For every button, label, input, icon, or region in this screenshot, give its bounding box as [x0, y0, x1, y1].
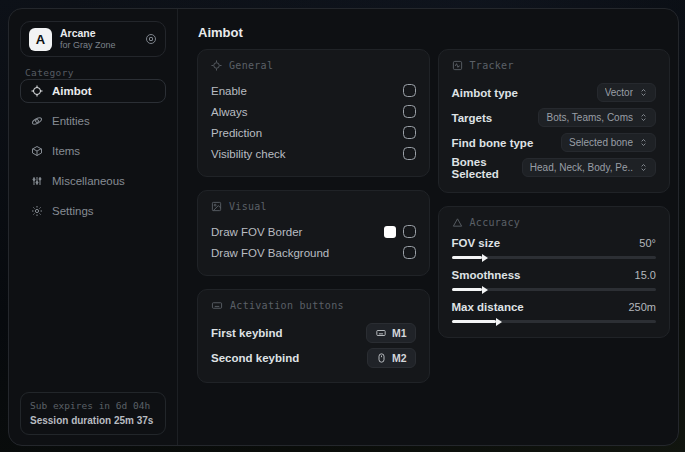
crosshair-icon	[30, 85, 43, 97]
setting-row: Enable	[211, 80, 416, 101]
activation-card: Activation buttons First keybind M1	[197, 289, 430, 383]
page-title: Aimbot	[198, 25, 243, 40]
section-title: General	[229, 60, 273, 71]
dropdown-value: Head, Neck, Body, Pe..	[530, 162, 633, 173]
slider-fill[interactable]	[452, 320, 497, 323]
dropdown-value: Selected bone	[569, 137, 633, 148]
enable-checkbox[interactable]	[403, 84, 416, 97]
slider-value: 250m	[628, 301, 656, 313]
slider-fill[interactable]	[452, 288, 483, 291]
keybind-value: M1	[392, 327, 407, 339]
app-subtitle: for Gray Zone	[60, 41, 145, 50]
subscription-status: Sub expires in 6d 04h Session duration 2…	[20, 392, 166, 435]
app-header: A Arcane for Gray Zone	[20, 21, 166, 57]
setting-label: Aimbot type	[452, 87, 518, 99]
setting-label: Always	[211, 106, 247, 118]
sub-expiry-text: Sub expires in 6d 04h	[30, 400, 156, 411]
triangle-icon	[452, 217, 463, 228]
crosshair-icon	[211, 60, 222, 71]
setting-label: Bones Selected	[452, 156, 522, 180]
setting-row: Aimbot type Vector	[452, 80, 657, 105]
fov-size-setting: FOV size 50°	[452, 237, 657, 259]
power-icon[interactable]	[145, 33, 157, 45]
sidebar-item-label: Miscellaneous	[52, 175, 125, 187]
setting-label: Targets	[452, 112, 493, 124]
sidebar-item-miscellaneous[interactable]: Miscellaneous	[20, 169, 166, 193]
setting-label: Prediction	[211, 127, 262, 139]
dropdown-value: Vector	[605, 87, 633, 98]
app-name: Arcane	[60, 28, 145, 39]
smoothness-slider[interactable]	[452, 288, 657, 291]
section-title: Activation buttons	[230, 300, 344, 311]
slider-value: 50°	[639, 237, 656, 249]
keyboard-icon	[375, 328, 387, 338]
setting-label: Max distance	[452, 301, 524, 313]
max-distance-setting: Max distance 250m	[452, 301, 657, 323]
game-background: A Arcane for Gray Zone Category	[0, 0, 685, 452]
visual-card: Visual Draw FOV Border Draw FOV Backgrou…	[197, 190, 430, 276]
unfold-icon	[639, 88, 648, 97]
sidebar-item-aimbot[interactable]: Aimbot	[20, 79, 166, 103]
unfold-icon	[639, 163, 648, 172]
setting-row: Draw FOV Background	[211, 242, 416, 263]
activity-icon	[452, 60, 463, 71]
setting-row: Bones Selected Head, Neck, Body, Pe..	[452, 155, 657, 180]
dropdown-value: Bots, Teams, Coms	[546, 112, 633, 123]
setting-label: FOV size	[452, 237, 501, 249]
mouse-icon	[376, 353, 387, 363]
image-icon	[211, 201, 222, 212]
first-keybind-button[interactable]: M1	[366, 323, 416, 343]
smoothness-setting: Smoothness 15.0	[452, 269, 657, 291]
find-bone-type-dropdown[interactable]: Selected bone	[561, 133, 656, 152]
session-duration-text: Session duration 25m 37s	[30, 415, 156, 426]
entities-icon	[30, 115, 43, 127]
setting-label: Visibility check	[211, 148, 286, 160]
fov-size-slider[interactable]	[452, 256, 657, 259]
section-title: Tracker	[470, 60, 514, 71]
setting-row: Prediction	[211, 122, 416, 143]
sidebar-item-label: Settings	[52, 205, 94, 217]
draw-fov-background-checkbox[interactable]	[403, 246, 416, 259]
max-distance-slider[interactable]	[452, 320, 657, 323]
slider-fill[interactable]	[452, 256, 483, 259]
setting-label: Find bone type	[452, 137, 534, 149]
section-title: Visual	[229, 201, 267, 212]
keyboard-icon	[211, 300, 223, 311]
setting-row: Visibility check	[211, 143, 416, 164]
setting-label: Draw FOV Background	[211, 247, 329, 259]
sidebar-item-entities[interactable]: Entities	[20, 109, 166, 133]
general-card: General Enable Always Prediction	[197, 49, 430, 177]
sidebar-item-label: Items	[52, 145, 80, 157]
aimbot-type-dropdown[interactable]: Vector	[597, 83, 656, 102]
sidebar-item-label: Entities	[52, 115, 90, 127]
second-keybind-button[interactable]: M2	[367, 348, 416, 368]
unfold-icon	[639, 113, 648, 122]
setting-label: Second keybind	[211, 352, 299, 364]
setting-row: Second keybind M2	[211, 345, 416, 370]
fov-border-color-swatch[interactable]	[384, 226, 396, 238]
accuracy-card: Accuracy FOV size 50° Smoothness	[438, 206, 671, 338]
sliders-icon	[30, 175, 43, 187]
visibility-check-checkbox[interactable]	[403, 147, 416, 160]
targets-dropdown[interactable]: Bots, Teams, Coms	[538, 108, 656, 127]
bones-selected-dropdown[interactable]: Head, Neck, Body, Pe..	[522, 158, 656, 177]
keybind-value: M2	[392, 352, 407, 364]
always-checkbox[interactable]	[403, 105, 416, 118]
slider-value: 15.0	[635, 269, 656, 281]
sidebar-item-items[interactable]: Items	[20, 139, 166, 163]
prediction-checkbox[interactable]	[403, 126, 416, 139]
setting-label: Smoothness	[452, 269, 521, 281]
category-label: Category	[25, 67, 74, 78]
main-content: Aimbot General	[177, 9, 678, 445]
setting-row: First keybind M1	[211, 320, 416, 345]
draw-fov-border-checkbox[interactable]	[403, 225, 416, 238]
setting-label: Draw FOV Border	[211, 226, 302, 238]
setting-label: First keybind	[211, 327, 283, 339]
section-title: Accuracy	[470, 217, 521, 228]
gear-icon	[30, 205, 43, 217]
sidebar-item-settings[interactable]: Settings	[20, 199, 166, 223]
setting-row: Targets Bots, Teams, Coms	[452, 105, 657, 130]
menu-window: A Arcane for Gray Zone Category	[8, 8, 679, 446]
setting-row: Always	[211, 101, 416, 122]
setting-label: Enable	[211, 85, 247, 97]
